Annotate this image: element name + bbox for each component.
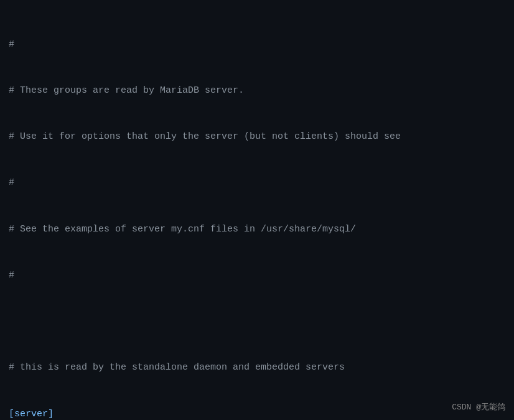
line-7	[9, 314, 505, 330]
line-5: # See the examples of server my.cnf file…	[9, 222, 505, 238]
line-1: #	[9, 37, 505, 53]
line-4: #	[9, 175, 505, 191]
line-3: # Use it for options that only the serve…	[9, 129, 505, 145]
code-editor: # # These groups are read by MariaDB ser…	[0, 0, 514, 420]
line-8: # this is read by the standalone daemon …	[9, 360, 505, 376]
watermark-text: CSDN @无能鸽	[452, 401, 505, 413]
line-6: #	[9, 268, 505, 284]
code-text: # # These groups are read by MariaDB ser…	[9, 6, 505, 420]
line-9: [server]	[9, 407, 505, 421]
line-2: # These groups are read by MariaDB serve…	[9, 83, 505, 99]
